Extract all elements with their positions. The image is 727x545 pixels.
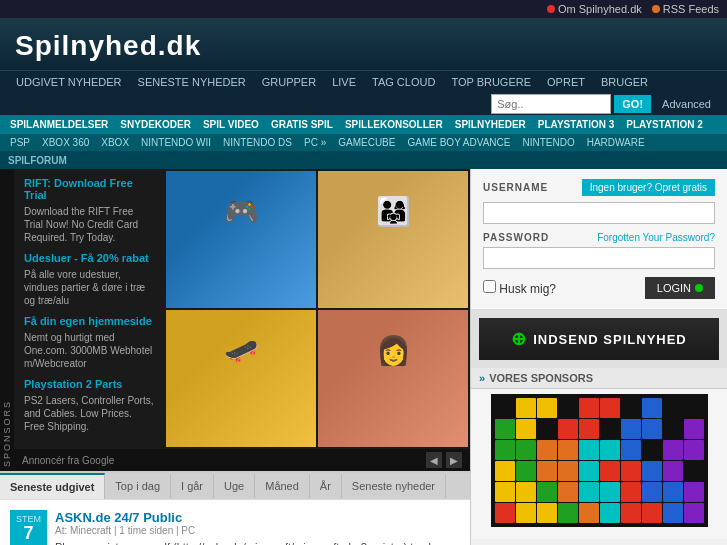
nav-seneste[interactable]: SENESTE NYHEDER <box>130 71 254 93</box>
ad4-title[interactable]: Playstation 2 Parts <box>24 378 154 390</box>
nav-nintendowii[interactable]: NINTENDO WII <box>135 134 217 151</box>
tc <box>600 440 620 460</box>
nav-spillekonsoller[interactable]: SPILLEKONSOLLER <box>339 115 449 134</box>
news-content: ASKN.de 24/7 Public At: Minecraft | 1 ti… <box>55 510 460 545</box>
tc <box>558 440 578 460</box>
tab-top-idag[interactable]: Top i dag <box>105 474 171 498</box>
tc <box>621 398 641 418</box>
nav-gba[interactable]: GAME BOY ADVANCE <box>401 134 516 151</box>
submit-area: ⊕ INDSEND SPILNYHED <box>471 310 727 368</box>
ads-prev-button[interactable]: ◀ <box>426 452 442 468</box>
nav-gratisspil[interactable]: GRATIS SPIL <box>265 115 339 134</box>
nav-opret[interactable]: OPRET <box>539 71 593 93</box>
nav-pc[interactable]: PC » <box>298 134 332 151</box>
nav-bruger[interactable]: BRUGER <box>593 71 656 93</box>
nav-ps2[interactable]: PLAYSTATION 2 <box>620 115 709 134</box>
tc <box>621 461 641 481</box>
search-area: GO! Advanced <box>491 93 719 115</box>
tc <box>621 482 641 502</box>
tc <box>558 461 578 481</box>
tc <box>621 503 641 523</box>
remember-checkbox[interactable] <box>483 280 496 293</box>
tc <box>558 398 578 418</box>
ads-next-button[interactable]: ▶ <box>446 452 462 468</box>
news-title[interactable]: ASKN.de 24/7 Public <box>55 510 182 525</box>
nav-xbox[interactable]: XBOX <box>95 134 135 151</box>
submit-news-button[interactable]: ⊕ INDSEND SPILNYHED <box>479 318 719 360</box>
login-button[interactable]: LOGIN <box>645 277 715 299</box>
nav-xbox360[interactable]: XBOX 360 <box>36 134 95 151</box>
tc <box>516 482 536 502</box>
ads-footer: Annoncér fra Google ◀ ▶ <box>14 449 470 471</box>
nav-snydekoder[interactable]: SNYDEKODER <box>114 115 197 134</box>
sponsors-title: VORES SPONSORS <box>489 372 593 384</box>
news-area: STEM 7 ⛏ ASKN.de 24/7 Public At: Minecra… <box>0 499 470 545</box>
nav-psp[interactable]: PSP <box>4 134 36 151</box>
ad2-title[interactable]: Udesluer - Få 20% rabat <box>24 252 154 264</box>
ads-nav-arrows: ◀ ▶ <box>426 452 462 468</box>
nav-spilnyheder[interactable]: SPILNYHEDER <box>449 115 532 134</box>
create-account-button[interactable]: Ingen bruger? Opret gratis <box>582 179 715 196</box>
ad-image-bart[interactable]: 🛹 <box>166 310 316 447</box>
ad3-text: Nemt og hurtigt med One.com. 3000MB Webh… <box>24 331 154 370</box>
tc <box>684 503 704 523</box>
rss-link[interactable]: RSS Feeds <box>652 3 719 15</box>
username-label: USERNAME <box>483 182 548 193</box>
tc <box>579 503 599 523</box>
tc <box>537 461 557 481</box>
tab-seneste-nyheder[interactable]: Seneste nyheder <box>342 474 446 498</box>
tc <box>516 440 536 460</box>
search-input[interactable] <box>491 94 611 114</box>
nav-tagcloud[interactable]: TAG CLOUD <box>364 71 443 93</box>
username-input[interactable] <box>483 202 715 224</box>
tc <box>684 398 704 418</box>
ad2-text: På alle vore udestuer, vindues partier &… <box>24 268 154 307</box>
tc <box>663 503 683 523</box>
tab-uge[interactable]: Uge <box>214 474 255 498</box>
tab-maned[interactable]: Måned <box>255 474 310 498</box>
main-content: SPONSORS RIFT: Download Free Trial Downl… <box>0 169 727 545</box>
nav-spilforum[interactable]: SPILFORUM <box>8 155 67 166</box>
date-day: 7 <box>16 524 41 542</box>
ad1-title[interactable]: RIFT: Download Free Trial <box>24 177 154 201</box>
remember-label: Husk mig? <box>483 280 556 296</box>
nav-live[interactable]: LIVE <box>324 71 364 93</box>
login-row: USERNAME Ingen bruger? Opret gratis <box>483 179 715 196</box>
nav-nintendo[interactable]: NINTENDO <box>516 134 580 151</box>
ad-image-family[interactable]: 👨‍👩‍👧 <box>318 171 468 308</box>
sponsors-arrow-icon: » <box>479 372 485 384</box>
tetris-ad[interactable] <box>491 394 708 527</box>
tab-seneste-udgivet[interactable]: Seneste udgivet <box>0 473 105 499</box>
password-input[interactable] <box>483 247 715 269</box>
tc <box>684 419 704 439</box>
nav-udgivet[interactable]: UDGIVET NYHEDER <box>8 71 130 93</box>
go-button[interactable]: GO! <box>614 95 651 113</box>
tab-ar[interactable]: År <box>310 474 342 498</box>
ad-image-mario[interactable]: 🎮 <box>166 171 316 308</box>
forgot-password-link[interactable]: Forgotten Your Password? <box>597 232 715 243</box>
advanced-link[interactable]: Advanced <box>654 93 719 115</box>
login-status-dot <box>695 284 703 292</box>
nav-grupper[interactable]: GRUPPER <box>254 71 324 93</box>
nav-spilanm[interactable]: SPILANMELDELSER <box>4 115 114 134</box>
ads-block: SPONSORS RIFT: Download Free Trial Downl… <box>0 169 470 471</box>
ad3-title[interactable]: Få din egen hjemmeside <box>24 315 154 327</box>
tc <box>642 398 662 418</box>
nav-hardware[interactable]: HARDWARE <box>581 134 651 151</box>
image-ads: 🎮 👨‍👩‍👧 🛹 👩 <box>164 169 470 449</box>
nav-topbrugere[interactable]: TOP BRUGERE <box>443 71 539 93</box>
nav-gamecube[interactable]: GAMECUBE <box>332 134 401 151</box>
nav-ps3[interactable]: PLAYSTATION 3 <box>532 115 621 134</box>
om-link[interactable]: Om Spilnyhed.dk <box>547 3 642 15</box>
tab-igar[interactable]: I går <box>171 474 214 498</box>
tc <box>495 503 515 523</box>
nav-nintendods[interactable]: NINTENDO DS <box>217 134 298 151</box>
login-area: USERNAME Ingen bruger? Opret gratis PASS… <box>471 169 727 310</box>
tc <box>537 503 557 523</box>
ad-image-girls[interactable]: 👩 <box>318 310 468 447</box>
tc <box>684 440 704 460</box>
ad1-text: Download the RIFT Free Trial Now! No Cre… <box>24 205 154 244</box>
tc <box>663 440 683 460</box>
nav-spilvideo[interactable]: SPIL VIDEO <box>197 115 265 134</box>
news-item: STEM 7 ⛏ ASKN.de 24/7 Public At: Minecra… <box>10 510 460 545</box>
